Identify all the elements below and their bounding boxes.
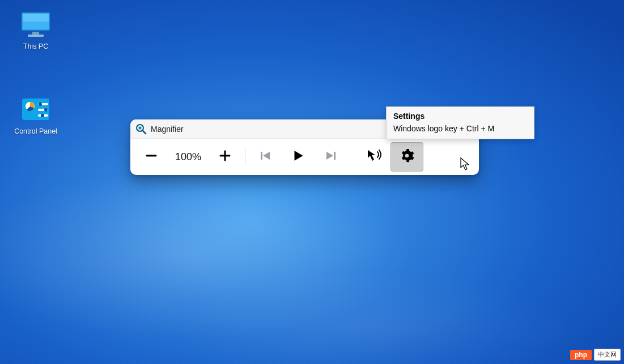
cursor-sound-icon (366, 148, 382, 165)
zoom-in-button[interactable] (209, 142, 241, 172)
read-aloud-button[interactable] (358, 142, 390, 172)
tooltip-shortcut: Windows logo key + Ctrl + M (393, 124, 527, 133)
svg-rect-2 (23, 14, 49, 22)
svg-point-12 (41, 114, 44, 117)
previous-button[interactable] (249, 142, 282, 172)
svg-line-15 (143, 131, 146, 134)
zoom-out-button[interactable] (135, 142, 168, 172)
toolbar: 100% (130, 139, 479, 175)
plus-icon (218, 149, 232, 165)
desktop-icon-label: This PC (23, 42, 48, 50)
desktop-icon-control-panel[interactable]: Control Panel (10, 95, 61, 135)
desktop-icon-label: Control Panel (14, 127, 57, 135)
minus-icon (145, 149, 158, 165)
gear-icon (400, 148, 414, 165)
divider (245, 148, 245, 165)
zoom-level: 100% (168, 151, 209, 163)
window-title: Magnifier (151, 125, 184, 134)
svg-point-24 (405, 154, 409, 158)
magnifier-app-icon (135, 123, 147, 135)
prev-icon (258, 149, 272, 165)
next-button[interactable] (315, 142, 347, 172)
tooltip-title: Settings (393, 112, 527, 121)
svg-rect-3 (32, 32, 39, 35)
watermark: php 中文网 (570, 349, 621, 361)
play-icon (291, 148, 305, 165)
control-panel-icon (19, 95, 53, 125)
svg-point-11 (44, 108, 48, 112)
watermark-php: php (570, 350, 592, 360)
settings-tooltip: Settings Windows logo key + Ctrl + M (386, 106, 534, 139)
next-icon (324, 149, 338, 165)
svg-rect-23 (334, 152, 336, 160)
svg-point-10 (39, 102, 42, 106)
svg-rect-22 (261, 152, 262, 160)
watermark-cn: 中文网 (594, 349, 621, 361)
play-button[interactable] (282, 142, 315, 172)
desktop-icon-this-pc[interactable]: This PC (10, 10, 61, 50)
svg-rect-4 (28, 35, 44, 37)
monitor-icon (19, 10, 53, 40)
settings-button[interactable] (390, 142, 423, 172)
